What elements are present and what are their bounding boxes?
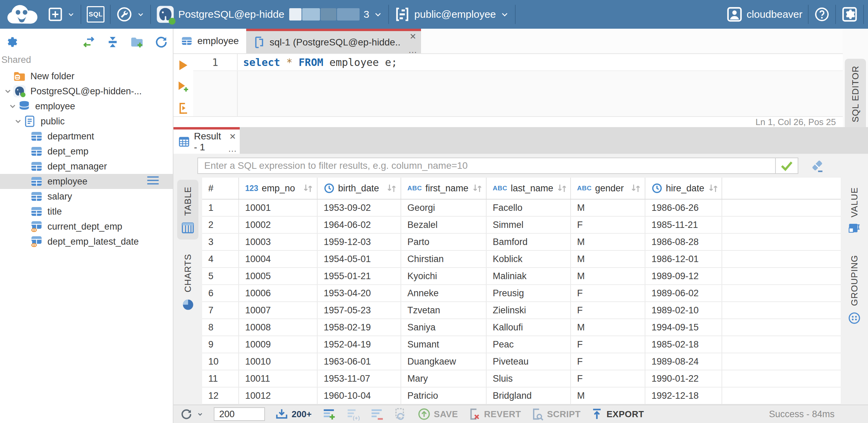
grid-cell-last_name[interactable]: Koblick [487, 251, 571, 267]
grid-cell-first_name[interactable]: Parto [401, 234, 487, 250]
grid-cell-hire_date[interactable]: 1985-11-21 [645, 217, 722, 233]
grid-cell-first_name[interactable]: Tzvetan [401, 302, 487, 318]
column-header-index[interactable]: # [202, 178, 239, 199]
row-menu-icon[interactable] [146, 175, 160, 188]
close-tab-icon[interactable]: ✕ [409, 32, 416, 41]
sort-icon[interactable] [472, 183, 483, 193]
sort-icon[interactable] [386, 183, 397, 193]
tab-result-1[interactable]: Result - 1 ✕ … [173, 127, 240, 154]
apply-filter-button[interactable] [775, 158, 798, 173]
grid-cell-hire_date[interactable]: 1986-06-26 [645, 200, 722, 216]
grid-cell-birth_date[interactable]: 1963-06-01 [318, 353, 401, 370]
grid-cell-last_name[interactable]: Facello [487, 200, 571, 216]
sort-icon[interactable] [630, 183, 641, 193]
delete-row-button[interactable] [370, 408, 383, 421]
table-row[interactable]: 6100061953-04-20AnnekePreusigF1989-06-02 [202, 285, 841, 302]
grid-cell-gender[interactable]: F [571, 285, 645, 301]
grid-cell-last_name[interactable]: Piveteau [487, 353, 571, 370]
grid-cell-index[interactable]: 9 [202, 336, 239, 353]
column-header-hire_date[interactable]: hire_date [645, 178, 722, 199]
tab-charts-view[interactable]: CHARTS [177, 247, 198, 315]
grid-cell-index[interactable]: 5 [202, 268, 239, 284]
tree-item-public[interactable]: public [0, 114, 173, 129]
grid-cell-emp_no[interactable]: 10012 [239, 387, 318, 404]
grid-cell-emp_no[interactable]: 10001 [239, 200, 318, 216]
connection-selector[interactable]: PostgreSQL@ep-hidde 3 [151, 0, 388, 29]
grid-cell-index[interactable]: 8 [202, 319, 239, 336]
connection-tools-button[interactable] [111, 0, 150, 29]
tree-item-department[interactable]: department [0, 129, 173, 144]
grid-cell-gender[interactable]: M [571, 268, 645, 284]
column-header-first_name[interactable]: ABCfirst_name [401, 178, 487, 199]
table-row[interactable]: 9100091952-04-19SumantPeacF1985-02-18 [202, 336, 841, 353]
tree-item-new-folder[interactable]: New folder [0, 69, 173, 84]
table-row[interactable]: 4100041954-05-01ChirstianKoblickM1986-12… [202, 251, 841, 268]
tree-item-postgresql-ep-hidden-[interactable]: PostgreSQL@ep-hidden-... [0, 84, 173, 99]
add-folder-icon[interactable] [130, 35, 144, 49]
new-connection-button[interactable] [42, 0, 81, 29]
refresh-result-button[interactable] [180, 407, 204, 421]
column-header-birth_date[interactable]: birth_date [318, 178, 401, 199]
cloudbeaver-logo[interactable] [3, 0, 42, 29]
export-button[interactable]: EXPORT [591, 408, 644, 421]
grid-cell-hire_date[interactable]: 1986-12-01 [645, 251, 722, 267]
chevron-expanded-icon[interactable] [13, 117, 23, 126]
auto-refresh-button[interactable] [394, 407, 407, 421]
tab-grouping-panel[interactable]: GROUPING [844, 248, 865, 329]
table-row[interactable]: 8100081958-02-19SaniyaKalloufiM1994-09-1… [202, 319, 841, 336]
table-row[interactable]: 1100011953-09-02GeorgiFacelloM1986-06-26 [202, 200, 841, 217]
column-header-emp_no[interactable]: 123emp_no [239, 178, 318, 199]
filter-input[interactable] [198, 160, 775, 171]
execute-script-icon[interactable] [178, 103, 189, 114]
refresh-tree-icon[interactable] [154, 35, 168, 49]
tab-employee[interactable]: employee [173, 29, 246, 53]
grid-cell-birth_date[interactable]: 1953-04-20 [318, 285, 401, 301]
table-row[interactable]: 10100101963-06-01DuangkaewPiveteauF1989-… [202, 353, 841, 370]
grid-cell-birth_date[interactable]: 1957-05-23 [318, 302, 401, 318]
grid-cell-gender[interactable]: F [571, 336, 645, 353]
grid-cell-first_name[interactable]: Georgi [401, 200, 487, 216]
grid-cell-index[interactable]: 4 [202, 251, 239, 267]
grid-cell-hire_date[interactable]: 1989-06-02 [645, 285, 722, 301]
grid-cell-last_name[interactable]: Kalloufi [487, 319, 571, 336]
column-header-last_name[interactable]: ABClast_name [487, 178, 571, 199]
grid-cell-birth_date[interactable]: 1955-01-21 [318, 268, 401, 284]
grid-cell-index[interactable]: 2 [202, 217, 239, 233]
tree-item-salary[interactable]: salary [0, 189, 173, 204]
grid-cell-first_name[interactable]: Chirstian [401, 251, 487, 267]
grid-cell-emp_no[interactable]: 10003 [239, 234, 318, 250]
tree-item-employee[interactable]: employee [0, 99, 173, 114]
sort-icon[interactable] [557, 183, 568, 193]
tree-item-dept-emp-latest-date[interactable]: dept_emp_latest_date [0, 234, 173, 249]
sidebar-settings-gear-icon[interactable] [5, 36, 18, 49]
grid-cell-first_name[interactable]: Mary [401, 370, 487, 387]
table-row[interactable]: 12100121960-10-04PatricioBridglandM1992-… [202, 387, 841, 405]
grid-cell-first_name[interactable]: Kyoichi [401, 268, 487, 284]
grid-cell-birth_date[interactable]: 1960-10-04 [318, 387, 401, 404]
execute-query-new-tab-icon[interactable] [178, 81, 189, 93]
add-row-button[interactable] [322, 408, 336, 421]
grid-cell-hire_date[interactable]: 1989-09-12 [645, 268, 722, 284]
code-area[interactable]: 1 select * FROM employee e; [193, 54, 843, 116]
grid-cell-index[interactable]: 12 [202, 387, 239, 404]
tab-sql-1[interactable]: sql-1 (PostgreSQL@ep-hidde... ✕ … [246, 29, 421, 53]
table-row[interactable]: 5100051955-01-21KyoichiMaliniakM1989-09-… [202, 268, 841, 285]
grid-cell-hire_date[interactable]: 1994-09-15 [645, 319, 722, 336]
tree-item-title[interactable]: title [0, 204, 173, 219]
help-button[interactable] [809, 0, 835, 29]
grid-cell-emp_no[interactable]: 10005 [239, 268, 318, 284]
execute-query-icon[interactable] [178, 59, 188, 71]
tree-item-current-dept-emp[interactable]: current_dept_emp [0, 219, 173, 234]
user-menu-button[interactable]: cloudbeaver [721, 0, 808, 29]
grid-cell-index[interactable]: 6 [202, 285, 239, 301]
fetch-size-input[interactable] [214, 407, 265, 421]
grid-cell-last_name[interactable]: Peac [487, 336, 571, 353]
save-button[interactable]: SAVE [418, 408, 458, 421]
revert-button[interactable]: REVERT [468, 408, 521, 421]
grid-cell-gender[interactable]: F [571, 353, 645, 370]
grid-cell-hire_date[interactable]: 1986-08-28 [645, 234, 722, 250]
table-row[interactable]: 7100071957-05-23TzvetanZielinskiF1989-02… [202, 302, 841, 319]
tree-item-dept-emp[interactable]: dept_emp [0, 144, 173, 159]
table-row[interactable]: 2100021964-06-02BezalelSimmelF1985-11-21 [202, 217, 841, 234]
grid-cell-first_name[interactable]: Anneke [401, 285, 487, 301]
